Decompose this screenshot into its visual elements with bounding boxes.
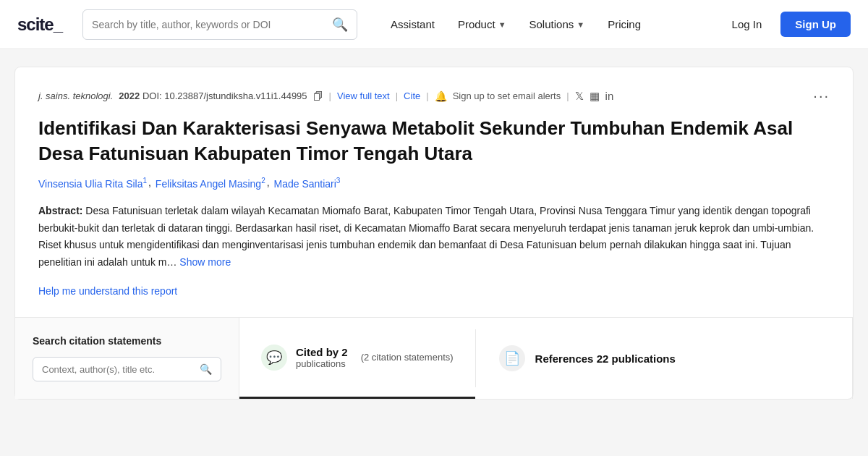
author-3[interactable]: Made Santiari3 [273, 177, 340, 190]
citation-tabs: 💬 Cited by 2 publications (2 citation st… [239, 318, 853, 399]
search-input[interactable] [92, 19, 326, 30]
authors: Vinsensia Ulia Rita Sila1 , Feliksitas A… [38, 177, 830, 190]
author-1[interactable]: Vinsensia Ulia Rita Sila1 [38, 177, 147, 190]
login-button[interactable]: Log In [720, 12, 774, 36]
document-icon: 📄 [504, 350, 520, 366]
nav-item-solutions[interactable]: Solutions ▼ [519, 12, 595, 36]
nav-item-pricing[interactable]: Pricing [597, 12, 651, 36]
abstract-text: Desa Fatunisuan terletak dalam wilayah K… [38, 205, 814, 268]
cited-by-tab[interactable]: 💬 Cited by 2 publications (2 citation st… [239, 318, 475, 399]
linkedin-icon[interactable]: in [605, 90, 614, 102]
chevron-down-icon: ▼ [498, 20, 506, 29]
references-tab[interactable]: 📄 References 22 publications [476, 318, 852, 399]
citation-search-input-wrap: 🔍 [33, 357, 221, 381]
help-understand-link[interactable]: Help me understand this report [38, 285, 177, 297]
search-icon[interactable]: 🔍 [332, 17, 348, 33]
view-full-text-link[interactable]: View full text [337, 90, 390, 101]
article-meta: j. sains. teknologi. 2022 DOI: 10.23887/… [38, 88, 830, 104]
abstract: Abstract: Desa Fatunisuan terletak dalam… [38, 203, 830, 271]
show-more-link[interactable]: Show more [179, 256, 231, 268]
references-tab-text: References 22 publications [535, 352, 676, 365]
search-bar: 🔍 [82, 9, 357, 40]
alert-text: Sign up to set email alerts [453, 90, 561, 101]
year-doi: 2022 DOI: 10.23887/jstundiksha.v11i1.449… [119, 90, 307, 101]
article-title: Identifikasi Dan Karakterisasi Senyawa M… [38, 116, 830, 166]
cited-by-tab-text: Cited by 2 publications [296, 346, 348, 369]
references-icon-wrap: 📄 [499, 345, 525, 371]
more-options-button[interactable]: ··· [813, 88, 830, 104]
journal-name: j. sains. teknologi. [38, 90, 113, 101]
nav-item-product[interactable]: Product ▼ [448, 12, 516, 36]
chevron-down-icon: ▼ [576, 20, 584, 29]
twitter-icon[interactable]: 𝕏 [575, 90, 584, 103]
nav-links: Assistant Product ▼ Solutions ▼ Pricing [380, 12, 712, 36]
citation-statements-label: (2 citation statements) [361, 352, 454, 363]
citation-search-panel: Search citation statements 🔍 [15, 318, 239, 399]
bell-icon: 🔔 [435, 90, 447, 102]
citations-section: Search citation statements 🔍 💬 Cited by … [15, 317, 853, 399]
chat-bubble-icon: 💬 [266, 350, 282, 366]
copy-icon[interactable]: 🗍 [313, 90, 323, 102]
cited-by-icon-wrap: 💬 [261, 345, 287, 371]
nav-item-assistant[interactable]: Assistant [380, 12, 445, 36]
nav-actions: Log In Sign Up [720, 12, 851, 37]
navbar: scite_ 🔍 Assistant Product ▼ Solutions ▼… [0, 0, 868, 49]
search-small-icon[interactable]: 🔍 [200, 363, 212, 375]
author-2[interactable]: Feliksitas Angel Masing2 [156, 177, 265, 190]
social-icons: 𝕏 ▦ in [575, 90, 614, 103]
logo: scite_ [17, 14, 62, 35]
signup-button[interactable]: Sign Up [780, 12, 851, 37]
article-card: j. sains. teknologi. 2022 DOI: 10.23887/… [14, 67, 854, 400]
citation-search-field[interactable] [42, 364, 194, 375]
facebook-icon[interactable]: ▦ [590, 90, 600, 103]
citation-search-title: Search citation statements [33, 335, 221, 347]
cite-link[interactable]: Cite [404, 90, 420, 101]
